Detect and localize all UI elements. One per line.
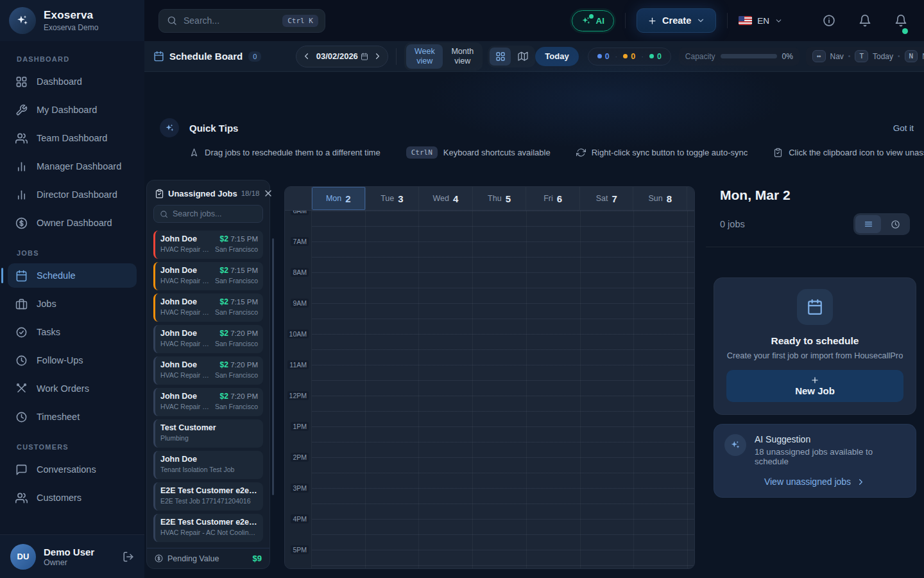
job-card[interactable]: Test CustomerPlumbing	[153, 419, 263, 448]
briefcase-icon	[15, 298, 28, 310]
job-description: E2E Test Job 1771471204016	[160, 497, 258, 505]
job-customer-name: John Doe	[160, 455, 258, 464]
language-selector[interactable]: EN	[739, 16, 783, 26]
job-time: 7:20 PM	[230, 392, 258, 400]
time-label: 1PM	[291, 422, 309, 431]
calendar-column[interactable]	[366, 211, 420, 568]
job-card[interactable]: E2E Test Customer e2e-cust-17714...E2E T…	[153, 482, 263, 511]
calendar-day-sat[interactable]: Sat7	[580, 187, 634, 210]
sidebar: Exoserva Exoserva Demo DASHBOARDDashboar…	[0, 0, 144, 578]
calendar-column[interactable]	[473, 211, 527, 568]
new-job-button-label: New Job	[795, 385, 835, 396]
search-shortcut-badge: Ctrl K	[282, 15, 318, 27]
calendar-column[interactable]	[312, 211, 366, 568]
job-card[interactable]: John Doe$2 7:15 PMHVAC Repair 1771470957…	[153, 293, 263, 322]
month-view-button[interactable]: Month view	[444, 44, 481, 69]
shortcut-label: Today	[873, 52, 893, 61]
sidebar-item-team-dashboard[interactable]: Team Dashboard	[8, 126, 137, 150]
sparkles-icon	[165, 123, 175, 133]
sidebar-item-my-dashboard[interactable]: My Dashboard	[8, 98, 137, 122]
sidebar-item-follow-ups[interactable]: Follow-Ups	[8, 348, 137, 372]
ai-button[interactable]: AI	[572, 10, 615, 31]
job-customer-name: John Doe	[160, 234, 216, 243]
panel-scrollbar[interactable]	[272, 238, 274, 495]
calendar-columns	[312, 211, 694, 568]
user-name: Demo User	[44, 547, 94, 557]
sidebar-item-conversations[interactable]: Conversations	[8, 457, 137, 482]
avatar: DU	[10, 544, 36, 570]
week-view-button[interactable]: Week view	[406, 44, 443, 69]
calendar-icon-badge	[797, 289, 833, 325]
today-button[interactable]: Today	[535, 47, 578, 66]
job-card-row2: HVAC Repair 1771470957...San Francisco	[160, 308, 258, 316]
sidebar-item-timesheet[interactable]: Timesheet	[8, 405, 137, 429]
calendar-day-mon[interactable]: Mon2	[312, 187, 366, 210]
view-unassigned-jobs-link[interactable]: View unassigned jobs	[724, 477, 905, 487]
time-label: 9AM	[291, 299, 309, 308]
calendar-day-sun[interactable]: Sun8	[633, 187, 687, 210]
job-card[interactable]: John Doe$2 7:15 PMHVAC Repair 1771470957…	[153, 262, 263, 290]
prev-date-button[interactable]	[302, 51, 311, 61]
ai-card-subtitle: 18 unassigned jobs available to schedule	[755, 447, 905, 466]
close-icon[interactable]	[263, 188, 273, 198]
logout-icon[interactable]	[123, 551, 134, 563]
user-footer[interactable]: DU Demo User Owner	[0, 534, 144, 578]
ai-button-label: AI	[596, 16, 605, 26]
got-it-button[interactable]: Got it	[893, 123, 914, 133]
sidebar-item-customers[interactable]: Customers	[8, 486, 137, 510]
job-card[interactable]: John Doe$2 7:20 PMHVAC Repair 1771471205…	[153, 325, 263, 353]
sidebar-item-director-dashboard[interactable]: Director Dashboard	[8, 182, 137, 207]
sidebar-item-work-orders[interactable]: Work Orders	[8, 376, 137, 401]
sidebar-item-tasks[interactable]: Tasks	[8, 320, 137, 344]
alerts-bell-icon[interactable]	[894, 14, 907, 27]
info-icon[interactable]	[823, 14, 835, 27]
ai-suggestion-card: AI Suggestion 18 unassigned jobs availab…	[714, 424, 916, 498]
job-card[interactable]: John Doe$2 7:20 PMHVAC Repair 1771471206…	[153, 356, 263, 385]
job-card[interactable]: John Doe$2 7:20 PMHVAC Repair 1771471206…	[153, 388, 263, 416]
job-customer-name: John Doe	[160, 392, 216, 401]
sidebar-item-schedule[interactable]: Schedule	[8, 263, 137, 288]
calendar-day-wed[interactable]: Wed4	[419, 187, 473, 210]
sidebar-item-dashboard[interactable]: Dashboard	[8, 69, 137, 94]
job-card[interactable]: E2E Test Customer e2e-cust-17714...HVAC …	[153, 514, 263, 542]
calendar-day-fri[interactable]: Fri6	[526, 187, 580, 210]
notifications-bell-icon[interactable]	[859, 14, 871, 27]
job-card[interactable]: John DoeTenant Isolation Test Job	[153, 451, 263, 479]
legend-dot	[597, 54, 602, 58]
calendar-day-tue[interactable]: Tue3	[366, 187, 420, 210]
calendar-column[interactable]	[419, 211, 473, 568]
quick-tip-text: Drag jobs to reschedule them to a differ…	[205, 148, 381, 157]
capacity-label: Capacity	[685, 52, 715, 61]
chat-icon	[15, 464, 28, 476]
sidebar-item-label: Work Orders	[37, 383, 89, 394]
job-card[interactable]: John Doe$2 7:15 PMHVAC Repair 1771470957…	[153, 231, 263, 259]
navigation-icon	[189, 148, 199, 157]
grid-view-button[interactable]	[490, 48, 511, 66]
sidebar-item-manager-dashboard[interactable]: Manager Dashboard	[8, 154, 137, 179]
day-jobs-count: 0 jobs	[720, 219, 745, 229]
calendar-column[interactable]	[527, 211, 581, 568]
calendar-column[interactable]	[581, 211, 635, 568]
job-card-row2: HVAC Repair 1771471205...San Francisco	[160, 340, 258, 347]
timeline-view-button[interactable]	[882, 215, 908, 233]
brand[interactable]: Exoserva Exoserva Demo	[0, 0, 144, 41]
map-view-button[interactable]	[512, 48, 533, 66]
calendar-column[interactable]	[634, 211, 688, 568]
jobs-search-input[interactable]: Search jobs...	[153, 205, 263, 223]
next-date-button[interactable]	[373, 51, 382, 61]
date-picker[interactable]: 03/02/2026	[311, 51, 373, 61]
legend-item: 0	[623, 52, 635, 61]
new-job-button[interactable]: New Job	[726, 370, 903, 402]
sidebar-item-owner-dashboard[interactable]: Owner Dashboard	[8, 211, 137, 235]
tools-icon	[15, 383, 28, 395]
list-view-button[interactable]	[855, 215, 881, 233]
search-input[interactable]: Search... Ctrl K	[158, 9, 325, 33]
sidebar-item-jobs[interactable]: Jobs	[8, 292, 137, 316]
user-role: Owner	[44, 558, 94, 567]
date-value: 03/02/2026	[316, 51, 358, 61]
job-card-row1: John Doe$2 7:15 PM	[160, 266, 258, 275]
create-button[interactable]: Create	[637, 8, 716, 33]
unassigned-jobs-header: Unassigned Jobs 18/18	[147, 180, 270, 204]
divider	[396, 48, 397, 65]
calendar-day-thu[interactable]: Thu5	[473, 187, 527, 210]
